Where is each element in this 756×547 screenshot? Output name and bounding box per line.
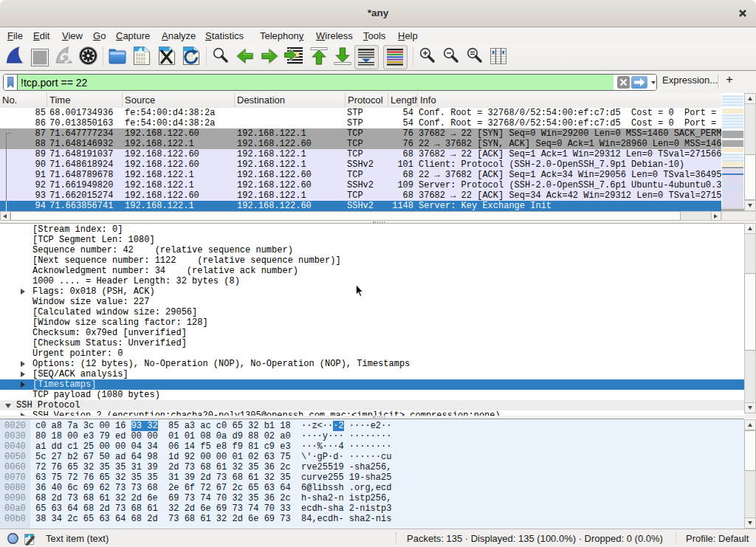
svg-text:0111: 0111: [136, 61, 145, 65]
